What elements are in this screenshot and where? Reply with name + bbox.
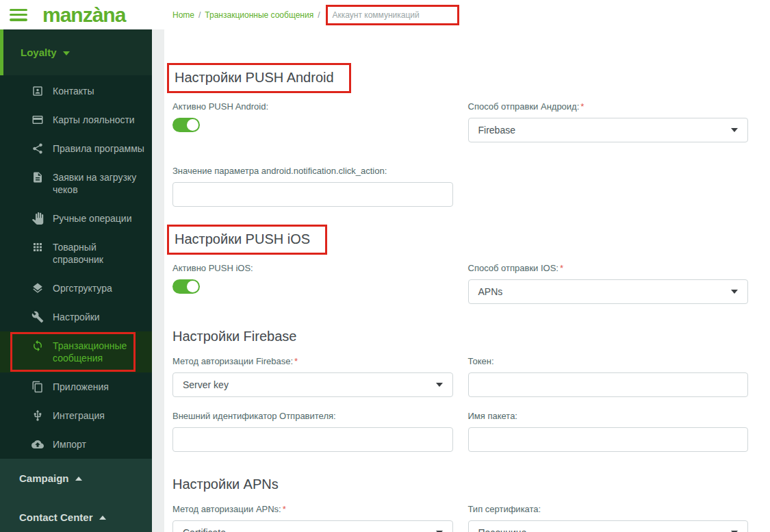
share-icon: [31, 142, 44, 155]
sidebar-section-label: Contact Center: [19, 511, 93, 523]
toggle-knob: [187, 119, 198, 131]
sidebar-item-program-rules[interactable]: Правила программы: [0, 134, 152, 163]
apns-auth-method-select[interactable]: Certificate: [172, 520, 453, 532]
chevron-up-icon: [75, 477, 82, 481]
breadcrumb-home-link[interactable]: Home: [172, 10, 194, 20]
brand-logo: manzàna: [42, 1, 125, 29]
sidebar-item-integration[interactable]: Интеграция: [0, 401, 152, 430]
required-asterisk: *: [283, 504, 286, 514]
contact-card-icon: [31, 85, 44, 97]
sidebar-item-label: Оргструктура: [53, 282, 112, 294]
sidebar-item-label: Товарный справочник: [53, 241, 145, 266]
label-text: Метод авторизации Firebase:: [172, 356, 293, 366]
cert-type-select[interactable]: Песочница: [468, 520, 749, 532]
sidebar-item-product-catalog[interactable]: Товарный справочник: [0, 233, 152, 274]
chevron-down-icon: [731, 290, 738, 294]
sidebar-item-manual-operations[interactable]: Ручные операции: [0, 204, 152, 233]
section-title-push-ios: Настройки PUSH iOS: [175, 230, 310, 248]
required-asterisk: *: [294, 356, 298, 366]
sidebar-item-contacts[interactable]: Контакты: [0, 77, 152, 105]
grid-icon: [31, 241, 44, 253]
cert-type-label: Тип сертификата:: [468, 504, 749, 514]
usb-icon: [31, 409, 44, 422]
push-ios-active-toggle[interactable]: [172, 279, 200, 294]
receipt-icon: [31, 171, 44, 183]
sidebar-item-import[interactable]: Импорт: [0, 430, 152, 459]
firebase-auth-method-label: Метод авторизации Firebase:*: [172, 356, 453, 366]
sidebar-item-label: Транзакционные сообщения: [53, 340, 145, 364]
select-value: Server key: [183, 379, 229, 390]
click-action-label: Значение параметра android.notification.…: [172, 166, 453, 176]
sidebar-item-label: Заявки на загрузку чеков: [53, 171, 145, 196]
token-input[interactable]: [468, 372, 749, 397]
required-asterisk: *: [560, 263, 563, 273]
sender-external-id-input[interactable]: [172, 427, 453, 452]
top-header: manzàna Home / Транзакционные сообщения …: [0, 0, 770, 29]
sidebar-item-applications[interactable]: Приложения: [0, 372, 152, 401]
android-send-method-select[interactable]: Firebase: [468, 118, 749, 142]
pages-icon: [31, 381, 44, 393]
chevron-down-icon: [731, 128, 738, 132]
breadcrumb-separator: /: [198, 10, 201, 20]
sidebar-section-loyalty[interactable]: Loyalty: [0, 29, 152, 75]
sidebar-item-label: Настройки: [53, 311, 100, 323]
push-android-active-toggle[interactable]: [172, 118, 200, 132]
section-title-apns: Настройки APNs: [172, 475, 748, 493]
ios-send-method-select[interactable]: APNs: [468, 279, 749, 304]
sidebar-item-label: Приложения: [53, 381, 109, 393]
select-value: Certificate: [183, 527, 226, 532]
chevron-down-icon: [63, 51, 70, 55]
sidebar-section-campaign[interactable]: Campaign: [0, 459, 152, 498]
sidebar-item-org-structure[interactable]: Оргструктура: [0, 274, 152, 303]
sidebar-collapsed-sections: Campaign Contact Center: [0, 459, 152, 532]
sidebar-items: Контакты Карты лояльности Правила програ…: [0, 75, 152, 459]
wrench-icon: [31, 311, 44, 323]
sidebar-item-loyalty-cards[interactable]: Карты лояльности: [0, 105, 152, 134]
sidebar-nav: Loyalty Контакты Карты лояльности Правил…: [0, 29, 152, 532]
token-label: Токен:: [468, 356, 749, 366]
label-text: Способ отправки Андроид:: [468, 101, 580, 112]
chevron-down-icon: [436, 383, 443, 387]
active-section-indicator: [0, 29, 3, 75]
annotation-box-ios-title: Настройки PUSH iOS: [167, 225, 327, 255]
firebase-auth-method-select[interactable]: Server key: [172, 372, 453, 397]
sidebar-section-label: Loyalty: [21, 47, 57, 58]
cloud-upload-icon: [31, 438, 44, 451]
section-title-push-android: Настройки PUSH Android: [175, 68, 334, 86]
toggle-knob: [187, 281, 198, 292]
main-content: Настройки PUSH Android Активно PUSH Andr…: [164, 29, 770, 532]
chevron-up-icon: [99, 516, 106, 520]
hand-icon: [31, 212, 44, 225]
sidebar-item-label: Контакты: [53, 85, 94, 97]
sidebar-section-contact-center[interactable]: Contact Center: [0, 498, 152, 532]
sidebar-item-label: Импорт: [53, 438, 86, 451]
label-text: Метод авторизации APNs:: [172, 504, 281, 514]
breadcrumb-transactional-link[interactable]: Транзакционные сообщения: [205, 10, 313, 20]
select-value: Firebase: [478, 125, 515, 136]
apns-auth-method-label: Метод авторизации APNs:*: [172, 504, 453, 514]
sidebar-item-transactional-messages[interactable]: Транзакционные сообщения: [0, 331, 152, 372]
select-value: APNs: [478, 286, 503, 297]
ios-send-method-label: Способ отправки IOS:*: [468, 263, 749, 273]
push-android-active-label: Активно PUSH Android:: [172, 101, 453, 112]
sidebar-item-label: Интеграция: [53, 409, 105, 422]
sender-external-id-label: Внешний идентификатор Отправителя:: [172, 411, 453, 421]
click-action-input[interactable]: [172, 182, 453, 207]
sidebar-item-receipt-uploads[interactable]: Заявки на загрузку чеков: [0, 163, 152, 204]
sidebar-item-label: Карты лояльности: [53, 114, 135, 126]
label-text: Способ отправки IOS:: [468, 263, 559, 273]
breadcrumb: Home / Транзакционные сообщения / Аккаун…: [172, 0, 459, 29]
package-name-label: Имя пакета:: [468, 411, 749, 421]
annotation-box-android-title: Настройки PUSH Android: [167, 63, 351, 93]
layers-icon: [31, 282, 44, 294]
select-value: Песочница: [478, 527, 527, 532]
android-send-method-label: Способ отправки Андроид:*: [468, 101, 749, 112]
breadcrumb-current-annotated: Аккаунт коммуникаций: [326, 5, 459, 25]
sidebar-item-settings[interactable]: Настройки: [0, 303, 152, 331]
section-title-firebase: Настройки Firebase: [172, 327, 748, 345]
package-name-input[interactable]: [468, 427, 749, 452]
content-scrollbar-track[interactable]: [152, 29, 164, 532]
hamburger-menu-icon[interactable]: [10, 9, 27, 21]
sidebar-section-label: Campaign: [19, 472, 69, 484]
sync-icon: [31, 340, 44, 352]
